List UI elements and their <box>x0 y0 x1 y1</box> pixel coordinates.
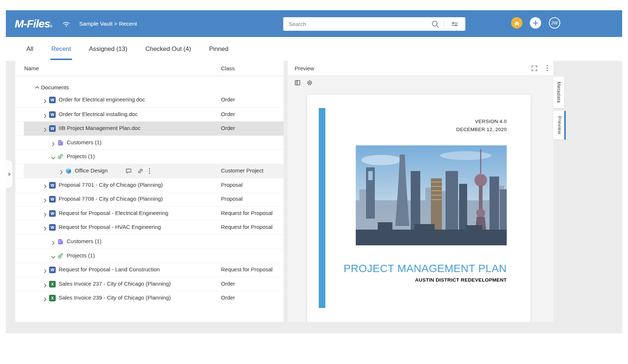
list-item[interactable]: WRequest for Proposal - Electrical Engin… <box>15 206 284 220</box>
word-document-icon: W <box>49 196 56 204</box>
svg-text:W: W <box>51 98 54 102</box>
svg-text:W: W <box>51 225 54 230</box>
item-name: Request for Proposal - HVAC Engineering <box>59 224 161 230</box>
tab-checked-out-4[interactable]: Checked Out (4) <box>145 37 191 61</box>
chevron-right-icon[interactable] <box>43 183 47 190</box>
chevron-right-icon[interactable] <box>43 282 47 289</box>
item-name: Proposal 7701 - City of Chicago (Plannin… <box>59 182 163 188</box>
item-name: Request for Proposal - Land Construction <box>59 266 160 272</box>
tab-all[interactable]: All <box>26 37 33 61</box>
word-document-icon: W <box>49 210 56 218</box>
list-item[interactable]: WOrder for Electrical engineering.docOrd… <box>15 93 284 107</box>
item-class: Request for Proposal <box>221 266 273 272</box>
tab-assigned-13[interactable]: Assigned (13) <box>89 37 128 61</box>
list-item[interactable]: XSales Invoice 239 - City of Chicago (Pl… <box>15 291 284 305</box>
chevron-right-icon[interactable] <box>43 296 47 302</box>
chevron-right-icon[interactable] <box>43 98 47 104</box>
list-item[interactable]: WIIB Project Management Plan.docOrder <box>15 121 284 135</box>
chevron-down-icon[interactable] <box>51 155 55 161</box>
item-name: Sales Invoice 237 - City of Chicago (Pla… <box>59 281 171 287</box>
list-item[interactable]: WProposal 7708 - City of Chicago (Planni… <box>15 192 284 206</box>
expand-left-panel-handle[interactable] <box>6 160 12 188</box>
add-comment-icon[interactable] <box>125 168 132 174</box>
chevron-right-icon[interactable] <box>59 169 63 175</box>
side-tab-label: Preview <box>557 111 562 140</box>
create-new-button[interactable] <box>530 17 541 29</box>
list-item[interactable]: Customers (1) <box>15 234 284 249</box>
notifications-button[interactable] <box>511 17 522 29</box>
svg-text:W: W <box>51 112 54 117</box>
chevron-right-icon[interactable] <box>43 268 47 274</box>
m-files-window: M-Files® Sample Vault > Recent <box>0 0 628 364</box>
search-icon[interactable] <box>427 17 444 31</box>
expand-arrow-icon <box>8 172 11 176</box>
item-name: Proposal 7708 - City of Chicago (Plannin… <box>59 196 163 202</box>
document-version-block: VERSION 4.0 DECEMBER 12, 2020 <box>456 118 507 134</box>
word-document-icon: W <box>49 111 56 119</box>
view-tab-bar: AllRecentAssigned (13)Checked Out (4)Pin… <box>6 37 622 61</box>
item-class: Request for Proposal <box>221 210 273 216</box>
svg-text:W: W <box>51 268 54 272</box>
chevron-right-icon[interactable] <box>43 127 47 133</box>
document-preview-page[interactable]: VERSION 4.0 DECEMBER 12, 2020 <box>307 95 531 322</box>
list-item[interactable]: Office DesignCustomer Project <box>15 164 284 178</box>
list-item[interactable]: WOrder for Electrical installing.docOrde… <box>15 107 284 122</box>
chevron-right-icon[interactable] <box>43 113 47 119</box>
column-divider[interactable] <box>219 64 220 73</box>
item-class: Order <box>221 111 235 117</box>
search-filters-icon[interactable] <box>444 17 465 31</box>
chevron-right-icon[interactable] <box>43 197 47 204</box>
list-header: Name Class <box>15 61 284 76</box>
more-options-icon[interactable] <box>546 65 548 71</box>
side-tab-preview[interactable]: Preview <box>553 111 566 140</box>
preview-panel: Preview <box>288 61 553 322</box>
item-class: Order <box>221 294 235 301</box>
item-name: Request for Proposal - Electrical Engine… <box>59 210 168 216</box>
column-header-name[interactable]: Name <box>15 65 39 71</box>
tab-recent[interactable]: Recent <box>51 37 71 61</box>
list-item[interactable]: XSales Invoice 237 - City of Chicago (Pl… <box>15 277 284 291</box>
chevron-up-icon[interactable] <box>35 85 40 91</box>
row-more-options-icon[interactable] <box>149 168 150 174</box>
item-name: Customers (1) <box>67 238 101 244</box>
side-tab-label: Metadata <box>556 77 562 108</box>
chevron-right-icon[interactable] <box>43 226 47 232</box>
top-bar: M-Files® Sample Vault > Recent <box>6 10 622 37</box>
list-item[interactable]: Projects (1) <box>15 149 284 164</box>
list-item[interactable]: Projects (1) <box>15 249 284 263</box>
list-item[interactable]: Customers (1) <box>15 135 284 150</box>
side-tab-metadata[interactable]: Metadata <box>553 77 564 108</box>
svg-text:W: W <box>51 183 54 187</box>
list-item[interactable]: WRequest for Proposal - HVAC Engineering… <box>15 220 284 234</box>
object-list-panel: Name Class Documents WOrder for Electric… <box>15 61 284 322</box>
item-class: Customer Project <box>221 167 263 174</box>
list-item[interactable]: WProposal 7701 - City of Chicago (Planni… <box>15 178 284 192</box>
item-class: Proposal <box>221 196 243 202</box>
city-skyline-image <box>356 145 507 245</box>
svg-text:W: W <box>51 126 54 131</box>
breadcrumb[interactable]: Sample Vault > Recent <box>79 21 137 27</box>
expand-fullscreen-icon[interactable] <box>531 65 538 71</box>
preview-settings-gear-icon[interactable] <box>306 79 313 86</box>
item-class: Order <box>221 281 235 287</box>
group-header-documents[interactable]: Documents <box>15 81 284 93</box>
chevron-right-icon[interactable] <box>51 240 55 246</box>
tab-pinned[interactable]: Pinned <box>209 37 228 61</box>
item-name: Customers (1) <box>67 139 101 145</box>
user-avatar[interactable]: JW <box>549 17 560 29</box>
word-document-icon: W <box>49 125 56 133</box>
excel-document-icon: X <box>49 295 56 302</box>
list-item[interactable]: WRequest for Proposal - Land Constructio… <box>15 263 284 277</box>
chevron-right-icon[interactable] <box>43 212 47 218</box>
copy-link-icon[interactable] <box>137 168 144 174</box>
content-area: Name Class Documents WOrder for Electric… <box>6 61 622 333</box>
registered-mark: ® <box>50 25 52 28</box>
svg-text:X: X <box>51 296 53 300</box>
item-name: Order for Electrical installing.doc <box>59 111 138 117</box>
column-header-class[interactable]: Class <box>221 65 235 71</box>
svg-text:W: W <box>51 197 54 201</box>
reading-view-icon[interactable] <box>294 79 301 86</box>
chevron-down-icon[interactable] <box>51 254 55 260</box>
chevron-right-icon[interactable] <box>51 141 55 147</box>
search-input[interactable] <box>283 21 427 27</box>
